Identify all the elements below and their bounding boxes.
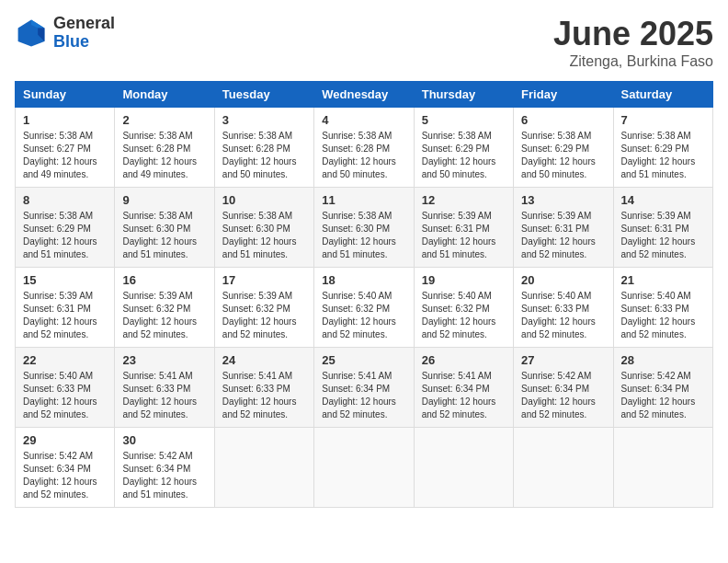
day-info: Sunrise: 5:38 AM Sunset: 6:29 PM Dayligh…	[23, 210, 107, 261]
calendar-body: 1Sunrise: 5:38 AM Sunset: 6:27 PM Daylig…	[16, 108, 713, 508]
day-number: 12	[422, 193, 506, 207]
day-number: 11	[322, 193, 405, 207]
logo-blue: Blue	[53, 33, 115, 52]
day-info: Sunrise: 5:42 AM Sunset: 6:34 PM Dayligh…	[621, 370, 705, 421]
calendar-cell: 16Sunrise: 5:39 AM Sunset: 6:32 PM Dayli…	[115, 268, 214, 348]
calendar-cell	[514, 428, 613, 508]
week-row-1: 1Sunrise: 5:38 AM Sunset: 6:27 PM Daylig…	[16, 108, 713, 188]
day-number: 5	[422, 113, 506, 127]
day-header-friday: Friday	[514, 82, 613, 108]
calendar-cell: 3Sunrise: 5:38 AM Sunset: 6:28 PM Daylig…	[214, 108, 313, 188]
day-number: 22	[23, 353, 107, 367]
day-header-monday: Monday	[115, 82, 214, 108]
calendar-cell: 22Sunrise: 5:40 AM Sunset: 6:33 PM Dayli…	[16, 348, 115, 428]
day-number: 25	[322, 353, 405, 367]
day-number: 27	[521, 353, 605, 367]
day-info: Sunrise: 5:40 AM Sunset: 6:32 PM Dayligh…	[322, 290, 405, 341]
day-info: Sunrise: 5:38 AM Sunset: 6:27 PM Dayligh…	[23, 130, 107, 181]
day-number: 14	[621, 193, 705, 207]
day-number: 2	[122, 113, 206, 127]
calendar-cell: 27Sunrise: 5:42 AM Sunset: 6:34 PM Dayli…	[514, 348, 613, 428]
day-info: Sunrise: 5:38 AM Sunset: 6:29 PM Dayligh…	[422, 130, 506, 181]
calendar-cell	[214, 428, 313, 508]
day-number: 9	[122, 193, 206, 207]
logo: General Blue	[15, 15, 115, 52]
day-info: Sunrise: 5:39 AM Sunset: 6:31 PM Dayligh…	[422, 210, 506, 261]
calendar-cell: 24Sunrise: 5:41 AM Sunset: 6:33 PM Dayli…	[214, 348, 313, 428]
calendar-cell: 11Sunrise: 5:38 AM Sunset: 6:30 PM Dayli…	[314, 188, 414, 268]
day-info: Sunrise: 5:39 AM Sunset: 6:31 PM Dayligh…	[521, 210, 605, 261]
day-info: Sunrise: 5:38 AM Sunset: 6:28 PM Dayligh…	[122, 130, 206, 181]
week-row-5: 29Sunrise: 5:42 AM Sunset: 6:34 PM Dayli…	[16, 428, 713, 508]
day-info: Sunrise: 5:38 AM Sunset: 6:28 PM Dayligh…	[222, 130, 306, 181]
calendar-cell: 17Sunrise: 5:39 AM Sunset: 6:32 PM Dayli…	[214, 268, 313, 348]
week-row-4: 22Sunrise: 5:40 AM Sunset: 6:33 PM Dayli…	[16, 348, 713, 428]
day-number: 16	[122, 273, 206, 287]
day-number: 29	[23, 433, 107, 447]
calendar-cell: 25Sunrise: 5:41 AM Sunset: 6:34 PM Dayli…	[314, 348, 414, 428]
calendar-header: SundayMondayTuesdayWednesdayThursdayFrid…	[16, 82, 713, 108]
day-number: 19	[422, 273, 506, 287]
calendar-cell: 23Sunrise: 5:41 AM Sunset: 6:33 PM Dayli…	[115, 348, 214, 428]
calendar-cell	[314, 428, 414, 508]
calendar-cell: 14Sunrise: 5:39 AM Sunset: 6:31 PM Dayli…	[613, 188, 712, 268]
week-row-2: 8Sunrise: 5:38 AM Sunset: 6:29 PM Daylig…	[16, 188, 713, 268]
calendar-cell: 26Sunrise: 5:41 AM Sunset: 6:34 PM Dayli…	[414, 348, 513, 428]
day-info: Sunrise: 5:40 AM Sunset: 6:33 PM Dayligh…	[521, 290, 605, 341]
calendar-cell: 5Sunrise: 5:38 AM Sunset: 6:29 PM Daylig…	[414, 108, 513, 188]
day-header-saturday: Saturday	[613, 82, 712, 108]
calendar-cell: 13Sunrise: 5:39 AM Sunset: 6:31 PM Dayli…	[514, 188, 613, 268]
logo-general: General	[53, 15, 115, 33]
day-info: Sunrise: 5:42 AM Sunset: 6:34 PM Dayligh…	[122, 450, 206, 501]
logo-icon	[15, 17, 48, 50]
day-info: Sunrise: 5:40 AM Sunset: 6:32 PM Dayligh…	[422, 290, 506, 341]
day-number: 28	[621, 353, 705, 367]
day-header-thursday: Thursday	[414, 82, 513, 108]
day-info: Sunrise: 5:41 AM Sunset: 6:34 PM Dayligh…	[322, 370, 405, 421]
day-info: Sunrise: 5:38 AM Sunset: 6:29 PM Dayligh…	[521, 130, 605, 181]
calendar-cell: 2Sunrise: 5:38 AM Sunset: 6:28 PM Daylig…	[115, 108, 214, 188]
day-number: 30	[122, 433, 206, 447]
day-number: 24	[222, 353, 306, 367]
calendar-cell: 30Sunrise: 5:42 AM Sunset: 6:34 PM Dayli…	[115, 428, 214, 508]
day-number: 26	[422, 353, 506, 367]
calendar-cell: 28Sunrise: 5:42 AM Sunset: 6:34 PM Dayli…	[613, 348, 712, 428]
day-number: 6	[521, 113, 605, 127]
calendar: SundayMondayTuesdayWednesdayThursdayFrid…	[15, 81, 713, 508]
calendar-cell: 6Sunrise: 5:38 AM Sunset: 6:29 PM Daylig…	[514, 108, 613, 188]
day-number: 21	[621, 273, 705, 287]
day-info: Sunrise: 5:41 AM Sunset: 6:33 PM Dayligh…	[222, 370, 306, 421]
calendar-cell: 8Sunrise: 5:38 AM Sunset: 6:29 PM Daylig…	[16, 188, 115, 268]
day-info: Sunrise: 5:42 AM Sunset: 6:34 PM Dayligh…	[521, 370, 605, 421]
day-info: Sunrise: 5:41 AM Sunset: 6:33 PM Dayligh…	[122, 370, 206, 421]
day-number: 3	[222, 113, 306, 127]
day-info: Sunrise: 5:39 AM Sunset: 6:31 PM Dayligh…	[621, 210, 705, 261]
calendar-cell: 9Sunrise: 5:38 AM Sunset: 6:30 PM Daylig…	[115, 188, 214, 268]
header: General Blue June 2025 Zitenga, Burkina …	[15, 15, 713, 70]
month-title: June 2025	[553, 15, 713, 53]
day-number: 13	[521, 193, 605, 207]
calendar-cell	[613, 428, 712, 508]
day-number: 23	[122, 353, 206, 367]
day-header-tuesday: Tuesday	[214, 82, 313, 108]
calendar-cell: 20Sunrise: 5:40 AM Sunset: 6:33 PM Dayli…	[514, 268, 613, 348]
day-info: Sunrise: 5:39 AM Sunset: 6:31 PM Dayligh…	[23, 290, 107, 341]
day-number: 8	[23, 193, 107, 207]
day-number: 18	[322, 273, 405, 287]
day-number: 10	[222, 193, 306, 207]
day-header-wednesday: Wednesday	[314, 82, 414, 108]
calendar-cell: 29Sunrise: 5:42 AM Sunset: 6:34 PM Dayli…	[16, 428, 115, 508]
calendar-cell	[414, 428, 513, 508]
week-row-3: 15Sunrise: 5:39 AM Sunset: 6:31 PM Dayli…	[16, 268, 713, 348]
day-number: 15	[23, 273, 107, 287]
day-info: Sunrise: 5:38 AM Sunset: 6:30 PM Dayligh…	[122, 210, 206, 261]
location-title: Zitenga, Burkina Faso	[553, 53, 713, 70]
calendar-cell: 1Sunrise: 5:38 AM Sunset: 6:27 PM Daylig…	[16, 108, 115, 188]
day-info: Sunrise: 5:40 AM Sunset: 6:33 PM Dayligh…	[621, 290, 705, 341]
day-header-sunday: Sunday	[16, 82, 115, 108]
day-number: 20	[521, 273, 605, 287]
calendar-cell: 4Sunrise: 5:38 AM Sunset: 6:28 PM Daylig…	[314, 108, 414, 188]
day-number: 17	[222, 273, 306, 287]
logo-text: General Blue	[53, 15, 115, 52]
day-number: 1	[23, 113, 107, 127]
